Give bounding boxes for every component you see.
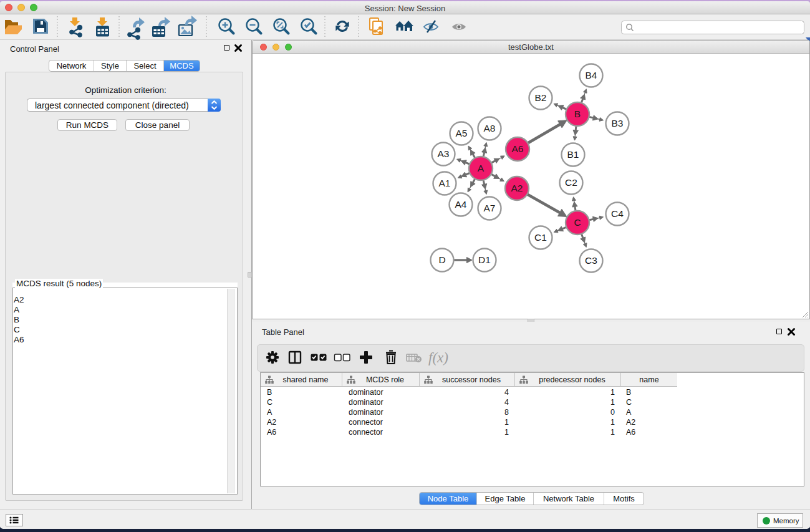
- svg-text:A6: A6: [512, 143, 524, 154]
- svg-text:A2: A2: [511, 183, 523, 193]
- svg-text:A8: A8: [484, 123, 496, 133]
- svg-text:C2: C2: [565, 177, 577, 188]
- svg-text:D1: D1: [478, 254, 491, 265]
- svg-text:A3: A3: [438, 148, 450, 159]
- svg-text:B: B: [574, 109, 581, 119]
- svg-text:B4: B4: [586, 70, 597, 80]
- svg-text:C: C: [574, 217, 581, 228]
- svg-text:A: A: [478, 163, 485, 173]
- svg-text:f(x): f(x): [428, 350, 448, 365]
- svg-text:A7: A7: [484, 203, 496, 213]
- svg-text:C3: C3: [585, 255, 597, 266]
- svg-text:A5: A5: [456, 128, 468, 138]
- svg-text:B3: B3: [612, 118, 624, 128]
- svg-text:B1: B1: [567, 149, 579, 160]
- svg-text:B2: B2: [535, 92, 547, 103]
- svg-text:C1: C1: [534, 232, 547, 243]
- svg-text:C4: C4: [611, 208, 624, 219]
- svg-text:A1: A1: [439, 178, 451, 188]
- svg-text:A4: A4: [455, 199, 467, 210]
- svg-text:D: D: [438, 254, 445, 265]
